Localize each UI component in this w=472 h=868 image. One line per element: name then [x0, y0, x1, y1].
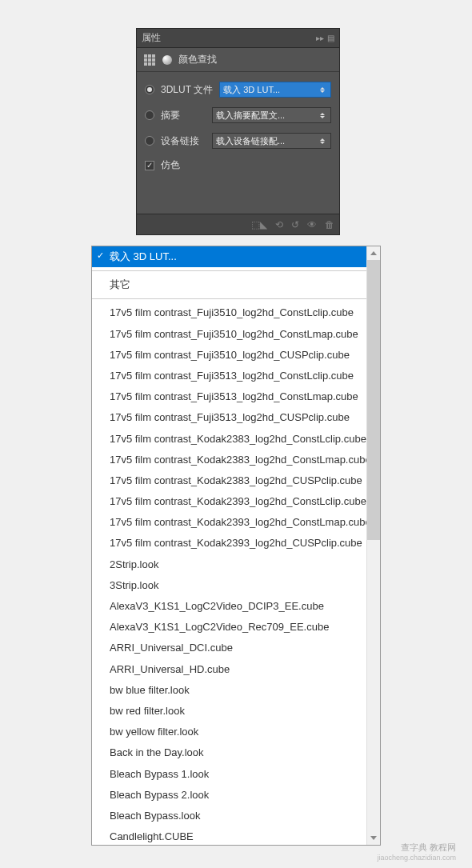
menu-icon[interactable]: ▤	[327, 34, 334, 42]
list-item[interactable]: ARRI_Universal_HD.cube	[92, 659, 366, 680]
trash-icon[interactable]: 🗑	[325, 219, 334, 230]
watermark-sub: jiaocheng.chazidian.com	[377, 854, 456, 862]
chevron-down-icon	[370, 836, 377, 840]
list-item[interactable]: Bleach Bypass 1.look	[92, 764, 366, 785]
scroll-up-button[interactable]	[367, 246, 380, 260]
list-divider	[92, 298, 366, 299]
visibility-icon[interactable]: 👁	[307, 219, 317, 230]
list-item[interactable]: Back in the Day.look	[92, 742, 366, 763]
list-item[interactable]: AlexaV3_K1S1_LogC2Video_Rec709_EE.cube	[92, 617, 366, 638]
list-item[interactable]: 17v5 film contrast_Kodak2383_log2hd_Cons…	[92, 429, 366, 450]
panel-footer: ⬚◣ ⟲ ↺ 👁 🗑	[137, 214, 339, 234]
list-item[interactable]: 17v5 film contrast_Kodak2383_log2hd_CUSP…	[92, 470, 366, 491]
dropdown-devicelink[interactable]: 载入设备链接配...	[212, 133, 331, 149]
collapse-icon[interactable]: ▸▸	[316, 34, 324, 42]
panel-header: 属性 ▸▸ ▤	[137, 29, 339, 48]
subheader-label: 颜色查找	[178, 53, 217, 66]
reset-icon[interactable]: ↺	[291, 219, 299, 230]
svg-rect-0	[144, 54, 147, 58]
color-lookup-icon	[161, 54, 174, 66]
svg-rect-7	[148, 62, 151, 66]
option-abstract: 摘要 载入摘要配置文...	[145, 107, 331, 123]
svg-rect-1	[148, 54, 151, 58]
option-devicelink: 设备链接 载入设备链接配...	[145, 133, 331, 149]
list-item[interactable]: 17v5 film contrast_Kodak2393_log2hd_CUSP…	[92, 533, 366, 554]
panel-title: 属性	[142, 31, 316, 45]
list-content: 载入 3D LUT... 其它 17v5 film contrast_Fuji3…	[92, 246, 366, 845]
svg-rect-6	[144, 62, 147, 66]
list-item-other[interactable]: 其它	[92, 274, 366, 295]
scroll-thumb[interactable]	[367, 260, 380, 540]
checkbox-dither[interactable]	[145, 161, 154, 170]
list-item[interactable]: 3Strip.look	[92, 575, 366, 596]
label-abstract: 摘要	[161, 109, 206, 122]
list-item[interactable]: 17v5 film contrast_Kodak2383_log2hd_Cons…	[92, 450, 366, 470]
radio-devicelink[interactable]	[145, 136, 154, 146]
list-item[interactable]: bw blue filter.look	[92, 680, 366, 701]
link-icon[interactable]: ⟲	[275, 219, 283, 230]
svg-rect-2	[152, 54, 155, 58]
radio-abstract[interactable]	[145, 110, 154, 120]
svg-rect-3	[144, 58, 147, 62]
list-item[interactable]: Bleach Bypass 2.look	[92, 785, 366, 806]
list-item[interactable]: Candlelight.CUBE	[92, 826, 366, 845]
label-dither: 仿色	[161, 158, 206, 172]
list-item[interactable]: 17v5 film contrast_Kodak2393_log2hd_Cons…	[92, 512, 366, 533]
list-item[interactable]: 17v5 film contrast_Fuji3513_log2hd_Const…	[92, 386, 366, 407]
watermark: 查字典 教程网 jiaocheng.chazidian.com	[377, 842, 456, 862]
chevron-updown-icon	[318, 138, 327, 144]
list-item[interactable]: 17v5 film contrast_Fuji3510_log2hd_CUSPc…	[92, 345, 366, 366]
label-devicelink: 设备链接	[161, 134, 206, 148]
lut-dropdown-list: 载入 3D LUT... 其它 17v5 film contrast_Fuji3…	[91, 246, 381, 846]
list-item-load[interactable]: 载入 3D LUT...	[92, 246, 366, 267]
chevron-updown-icon	[318, 113, 327, 118]
list-item[interactable]: 17v5 film contrast_Fuji3513_log2hd_CUSPc…	[92, 407, 366, 428]
svg-rect-4	[148, 58, 151, 62]
dither-option: 仿色	[145, 158, 331, 172]
properties-panel: 属性 ▸▸ ▤ 颜色查找 3DLUT 文件 载入 3D LUT... 摘要 载入…	[136, 28, 340, 235]
dropdown-abstract[interactable]: 载入摘要配置文...	[212, 107, 331, 123]
panel-body: 3DLUT 文件 载入 3D LUT... 摘要 载入摘要配置文... 设备链接…	[137, 72, 339, 214]
radio-3dlut[interactable]	[145, 85, 154, 94]
grid-icon	[143, 54, 156, 66]
label-3dlut: 3DLUT 文件	[161, 83, 213, 97]
dropdown-3dlut[interactable]: 载入 3D LUT...	[219, 82, 331, 98]
list-item[interactable]: bw yellow filter.look	[92, 722, 366, 742]
chevron-up-icon	[370, 251, 377, 255]
list-item[interactable]: ARRI_Universal_DCI.cube	[92, 638, 366, 658]
watermark-main: 查字典 教程网	[377, 842, 456, 854]
list-divider	[92, 270, 366, 271]
list-item[interactable]: Bleach Bypass.look	[92, 806, 366, 826]
list-item[interactable]: 17v5 film contrast_Fuji3510_log2hd_Const…	[92, 324, 366, 345]
list-item[interactable]: 17v5 film contrast_Fuji3513_log2hd_Const…	[92, 366, 366, 386]
svg-rect-5	[152, 58, 155, 62]
panel-subheader: 颜色查找	[137, 48, 339, 72]
list-item[interactable]: AlexaV3_K1S1_LogC2Video_DCIP3_EE.cube	[92, 596, 366, 617]
list-item[interactable]: bw red filter.look	[92, 701, 366, 722]
chevron-updown-icon	[318, 87, 327, 93]
svg-rect-8	[152, 62, 155, 66]
scrollbar[interactable]	[366, 246, 380, 845]
list-item[interactable]: 2Strip.look	[92, 554, 366, 575]
option-3dlut: 3DLUT 文件 载入 3D LUT...	[145, 82, 331, 98]
clip-icon[interactable]: ⬚◣	[251, 219, 267, 230]
list-item[interactable]: 17v5 film contrast_Kodak2393_log2hd_Cons…	[92, 491, 366, 512]
list-item[interactable]: 17v5 film contrast_Fuji3510_log2hd_Const…	[92, 302, 366, 323]
